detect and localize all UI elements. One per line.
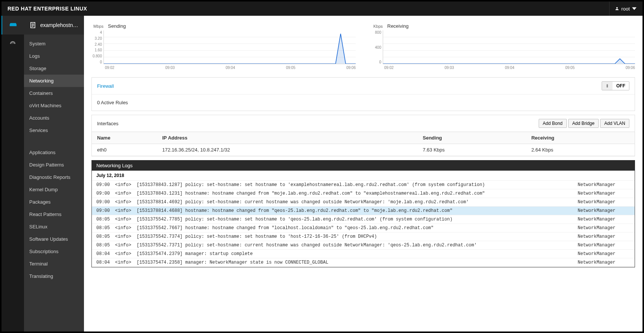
rail-dashboard-icon[interactable] (1, 34, 24, 53)
sidebar-item-accounts[interactable]: Accounts (24, 112, 84, 124)
main-content: MbpsSending43.202.401.600.800009:0209:03… (84, 16, 643, 332)
log-source: NetworkManager (578, 225, 630, 231)
log-source: NetworkManager (578, 234, 630, 239)
iface-sending: 7.63 Kbps (418, 144, 526, 156)
log-row[interactable]: 08:05<info> [1531375542.7371] policy: se… (92, 241, 635, 250)
chevron-down-icon (632, 6, 637, 11)
log-time: 08:04 (96, 260, 115, 265)
log-time: 09:00 (96, 200, 115, 205)
iface-name: eth0 (92, 144, 157, 156)
sidebar-item-containers[interactable]: Containers (24, 87, 84, 99)
logs-date: July 12, 2018 (92, 171, 635, 181)
log-message: <info> [1531378814.4692] policy: set-hos… (115, 200, 578, 205)
log-source: NetworkManager (578, 217, 630, 222)
log-source: NetworkManager (578, 260, 630, 265)
host-selector[interactable]: examplehostna... (24, 16, 84, 34)
sidebar-item-design-patterns[interactable]: Design Patterns (24, 159, 84, 171)
log-message: <info> [1531375542.7371] policy: set-hos… (115, 243, 578, 248)
sidebar-item-selinux[interactable]: SELinux (24, 220, 84, 233)
nav-secondary: ApplicationsDesign PatternsDiagnostic Re… (24, 143, 84, 282)
log-time: 08:04 (96, 251, 115, 256)
user-name: root (622, 6, 630, 12)
log-source: NetworkManager (578, 208, 630, 213)
log-message: <info> [1531375474.2358] manager: Networ… (115, 260, 578, 265)
user-menu[interactable]: root (609, 2, 637, 16)
log-time: 08:05 (96, 225, 115, 231)
chart-title: Receiving (387, 23, 409, 29)
host-label: examplehostna... (40, 22, 79, 28)
chart-receiving: KbpsReceiving800400009:0209:0309:0409:05… (371, 23, 635, 70)
logs-title: Networking Logs (92, 160, 635, 171)
add-bond-button[interactable]: Add Bond (539, 119, 567, 128)
log-message: <info> [1531375542.7785] policy: set-hos… (115, 217, 578, 222)
sidebar-item-software-updates[interactable]: Software Updates (24, 233, 84, 245)
sidebar-item-diagnostic-reports[interactable]: Diagnostic Reports (24, 171, 84, 183)
log-row[interactable]: 09:00<info> [1531378814.4692] policy: se… (92, 198, 635, 207)
log-source: NetworkManager (578, 191, 630, 196)
user-icon (615, 6, 619, 11)
sidebar-item-subscriptions[interactable]: Subscriptions (24, 245, 84, 258)
sidebar-item-system[interactable]: System (24, 38, 84, 50)
chart-unit: Kbps (371, 24, 383, 28)
firewall-link[interactable]: Firewall (97, 83, 114, 89)
sidebar-item-ovirt-machines[interactable]: oVirt Machines (24, 99, 84, 112)
interfaces-title: Interfaces (97, 121, 118, 126)
interfaces-panel: Interfaces Add Bond Add Bridge Add VLAN … (91, 115, 635, 156)
brand-label: RED HAT ENTERPRISE LINUX (7, 6, 87, 12)
add-vlan-button[interactable]: Add VLAN (600, 119, 629, 128)
sidebar-item-packages[interactable]: Packages (24, 196, 84, 208)
log-time: 09:00 (96, 191, 115, 196)
col-sending: Sending (418, 132, 526, 144)
sidebar-item-terminal[interactable]: Terminal (24, 258, 84, 270)
add-bridge-button[interactable]: Add Bridge (568, 119, 599, 128)
sidebar-item-react-patterns[interactable]: React Patterns (24, 208, 84, 220)
log-row[interactable]: 08:04<info> [1531375474.2358] manager: N… (92, 258, 635, 267)
chart-title: Sending (108, 23, 126, 29)
rail-server-icon[interactable] (1, 16, 24, 34)
col-receiving: Receiving (526, 132, 635, 144)
firewall-panel: Firewall OFF 0 Active Rules (91, 77, 635, 111)
log-row[interactable]: 08:05<info> [1531375542.7785] policy: se… (92, 215, 635, 224)
log-source: NetworkManager (578, 182, 630, 188)
sidebar: examplehostna... SystemLogsStorageNetwor… (24, 16, 84, 332)
chart-sending: MbpsSending43.202.401.600.800009:0209:03… (91, 23, 356, 70)
log-message: <info> [1531375542.7667] hostname: hostn… (115, 225, 578, 231)
interface-row[interactable]: eth0172.16.36.25/24, 10.8.247.1/327.63 K… (92, 144, 635, 156)
sidebar-item-services[interactable]: Services (24, 124, 84, 136)
sidebar-item-storage[interactable]: Storage (24, 62, 84, 75)
firewall-toggle-state: OFF (613, 82, 629, 90)
nav-primary: SystemLogsStorageNetworkingContainersoVi… (24, 34, 84, 136)
sidebar-item-logs[interactable]: Logs (24, 50, 84, 62)
sidebar-item-translating[interactable]: Translating (24, 270, 84, 282)
log-time: 08:05 (96, 234, 115, 239)
logs-panel: Networking Logs July 12, 2018 09:00<info… (91, 160, 635, 267)
log-row[interactable]: 08:04<info> [1531375474.2379] manager: s… (92, 250, 635, 258)
iface-receiving: 2.64 Kbps (526, 144, 635, 156)
iface-ip: 172.16.36.25/24, 10.8.247.1/32 (157, 144, 418, 156)
log-source: NetworkManager (578, 243, 630, 248)
log-row[interactable]: 09:00<info> [1531378814.4688] hostname: … (92, 207, 635, 215)
log-source: NetworkManager (578, 251, 630, 256)
log-time: 08:05 (96, 217, 115, 222)
log-message: <info> [1531375542.7374] policy: set-hos… (115, 234, 578, 239)
firewall-toggle[interactable]: OFF (602, 81, 629, 90)
log-row[interactable]: 08:05<info> [1531375542.7374] policy: se… (92, 232, 635, 241)
col-name: Name (92, 132, 157, 144)
log-message: <info> [1531378814.4688] hostname: hostn… (115, 208, 578, 213)
log-time: 09:00 (96, 208, 115, 213)
sidebar-item-networking[interactable]: Networking (24, 75, 84, 87)
log-row[interactable]: 08:05<info> [1531375542.7667] hostname: … (92, 224, 635, 232)
log-source: NetworkManager (578, 200, 630, 205)
log-message: <info> [1531375474.2379] manager: startu… (115, 251, 578, 256)
log-row[interactable]: 09:00<info> [1531378843.1287] policy: se… (92, 181, 635, 189)
firewall-rules-text: 0 Active Rules (92, 94, 635, 111)
log-row[interactable]: 09:00<info> [1531378843.1231] hostname: … (92, 189, 635, 198)
col-ip: IP Address (157, 132, 418, 144)
sidebar-item-applications[interactable]: Applications (24, 146, 84, 159)
icon-rail (1, 16, 24, 332)
log-time: 09:00 (96, 182, 115, 188)
sidebar-item-kernel-dump[interactable]: Kernel Dump (24, 183, 84, 196)
chart-unit: Mbps (91, 24, 103, 28)
log-message: <info> [1531378843.1231] hostname: hostn… (115, 191, 578, 196)
document-icon (29, 21, 36, 29)
